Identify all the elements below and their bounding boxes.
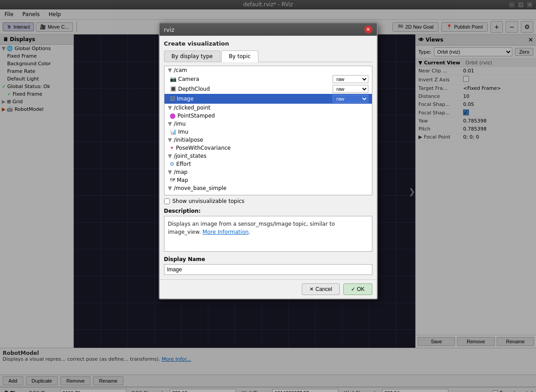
dialog-header: Create visualization — [164, 40, 372, 47]
create-visualization-dialog: rviz ✕ Create visualization By display t… — [159, 22, 378, 299]
display-name-input[interactable] — [164, 264, 372, 275]
topic-list[interactable]: ▼ /cam 📷 Camera raw 🔳 DepthCloud raw 🖼 I… — [164, 66, 372, 195]
topic-group-map[interactable]: ▼ /map — [165, 168, 372, 176]
ok-button[interactable]: ✓ OK — [343, 283, 372, 295]
imu-arrow-icon: ▼ — [168, 121, 172, 127]
effort-icon: ⚙ — [170, 161, 175, 167]
topic-group-move-base[interactable]: ▼ /move_base_simple — [165, 184, 372, 192]
tab-by-topic[interactable]: By topic — [221, 51, 258, 62]
dialog-title: rviz — [164, 26, 174, 33]
topic-imu[interactable]: 📊 Imu — [165, 128, 372, 136]
tab-bar: By display type By topic — [164, 51, 372, 62]
depthcloud-type-select[interactable]: raw — [333, 85, 368, 93]
image-type-select[interactable]: raw — [333, 95, 368, 103]
map-icon: 🗺 — [170, 177, 175, 183]
point-icon: ⬤ — [170, 113, 176, 119]
dialog-title-bar: rviz ✕ — [160, 23, 377, 36]
joint-arrow-icon: ▼ — [168, 153, 172, 159]
topic-group-initialpose[interactable]: ▼ /initialpose — [165, 136, 372, 144]
initialpose-arrow-icon: ▼ — [168, 137, 172, 143]
clicked-point-arrow-icon: ▼ — [168, 105, 172, 111]
more-info-link[interactable]: More Information — [203, 229, 249, 235]
topic-camera[interactable]: 📷 Camera raw — [165, 74, 372, 84]
topic-image[interactable]: 🖼 Image raw — [165, 94, 372, 104]
dialog-close-button[interactable]: ✕ — [364, 25, 372, 34]
topic-group-joint-states[interactable]: ▼ /joint_states — [165, 152, 372, 160]
dialog-body: Create visualization By display type By … — [160, 36, 377, 279]
description-section: Description: Displays an image from a se… — [164, 208, 372, 252]
cancel-button[interactable]: ✕ Cancel — [302, 283, 340, 295]
camera-type-select[interactable]: raw — [333, 75, 368, 83]
topic-group-imu[interactable]: ▼ /imu — [165, 120, 372, 128]
image-icon: 🖼 — [170, 96, 175, 102]
depth-icon: 🔳 — [170, 86, 177, 92]
dialog-footer: ✕ Cancel ✓ OK — [160, 279, 377, 299]
move-base-arrow-icon: ▼ — [168, 185, 172, 191]
topic-effort[interactable]: ⚙ Effort — [165, 160, 372, 168]
pose-icon: ✦ — [170, 145, 174, 151]
topic-map[interactable]: 🗺 Map — [165, 176, 372, 184]
topic-point-stamped[interactable]: ⬤ PointStamped — [165, 112, 372, 120]
topic-group-cam[interactable]: ▼ /cam — [165, 66, 372, 74]
dialog-overlay: rviz ✕ Create visualization By display t… — [0, 0, 536, 392]
imu-icon: 📊 — [170, 129, 177, 135]
topic-group-clicked-point[interactable]: ▼ /clicked_point — [165, 104, 372, 112]
map-arrow-icon: ▼ — [168, 169, 172, 175]
show-unvisualizable-row: Show unvisualizable topics — [164, 198, 372, 204]
description-box: Displays an image from a sensor_msgs/Ima… — [164, 216, 372, 252]
display-name-section: Display Name — [164, 256, 372, 275]
tab-by-display-type[interactable]: By display type — [164, 51, 220, 62]
topic-pose-with-cov[interactable]: ✦ PoseWithCovariance — [165, 144, 372, 152]
cam-arrow-icon: ▼ — [168, 67, 172, 73]
show-unvisualizable-checkbox[interactable] — [164, 198, 170, 204]
topic-depthcloud[interactable]: 🔳 DepthCloud raw — [165, 84, 372, 94]
camera-icon: 📷 — [170, 76, 177, 82]
